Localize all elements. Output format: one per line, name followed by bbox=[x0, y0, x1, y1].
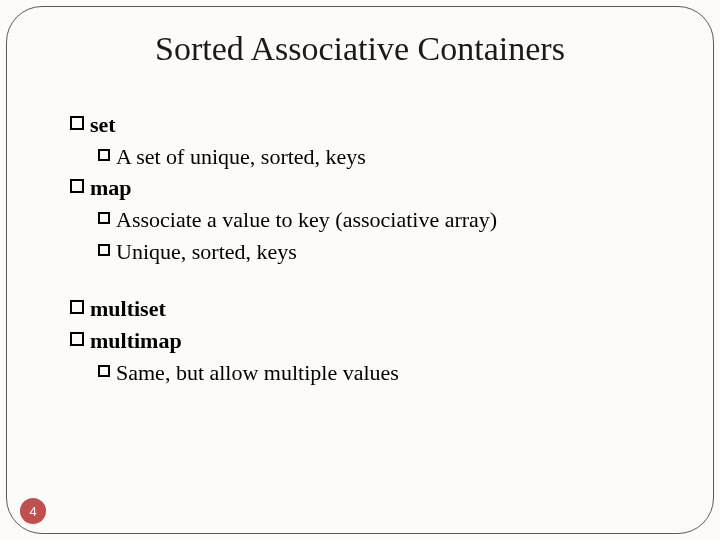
slide-title: Sorted Associative Containers bbox=[0, 30, 720, 68]
subbullet-map-desc1: Associate a value to key (associative ar… bbox=[70, 205, 670, 235]
bullet-set: set bbox=[70, 110, 670, 140]
checkbox-icon bbox=[70, 179, 84, 193]
bullet-map: map bbox=[70, 173, 670, 203]
checkbox-icon bbox=[98, 244, 110, 256]
bullet-text: Unique, sorted, keys bbox=[116, 237, 297, 267]
bullet-text: Associate a value to key (associative ar… bbox=[116, 205, 497, 235]
content-area: set A set of unique, sorted, keys map As… bbox=[70, 110, 670, 390]
checkbox-icon bbox=[98, 212, 110, 224]
bullet-multiset: multiset bbox=[70, 294, 670, 324]
spacer bbox=[70, 268, 670, 294]
bullet-text: A set of unique, sorted, keys bbox=[116, 142, 366, 172]
page-number-badge: 4 bbox=[20, 498, 46, 524]
bullet-multimap: multimap bbox=[70, 326, 670, 356]
bullet-label: multiset bbox=[90, 294, 166, 324]
bullet-label: map bbox=[90, 173, 132, 203]
bullet-label: multimap bbox=[90, 326, 182, 356]
slide: Sorted Associative Containers set A set … bbox=[0, 0, 720, 540]
subbullet-multimap-desc: Same, but allow multiple values bbox=[70, 358, 670, 388]
checkbox-icon bbox=[70, 300, 84, 314]
subbullet-set-desc: A set of unique, sorted, keys bbox=[70, 142, 670, 172]
checkbox-icon bbox=[70, 116, 84, 130]
bullet-label: set bbox=[90, 110, 116, 140]
checkbox-icon bbox=[98, 365, 110, 377]
subbullet-map-desc2: Unique, sorted, keys bbox=[70, 237, 670, 267]
checkbox-icon bbox=[98, 149, 110, 161]
checkbox-icon bbox=[70, 332, 84, 346]
bullet-text: Same, but allow multiple values bbox=[116, 358, 399, 388]
